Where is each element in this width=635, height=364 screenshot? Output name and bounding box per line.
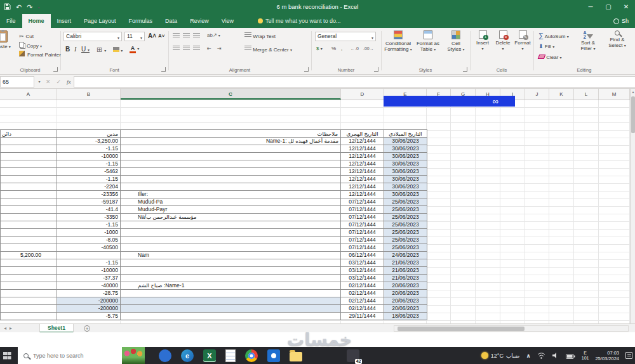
cell-E[interactable]: 18/06/2023 xyxy=(384,313,427,320)
cell-E[interactable]: 25/06/2023 xyxy=(384,229,427,237)
find-select-button[interactable]: Find & Select ▾ xyxy=(603,30,631,68)
horizontal-scroll-thumb[interactable] xyxy=(398,327,525,331)
styles-dialog-launcher[interactable] xyxy=(463,67,467,72)
cell-E[interactable]: 25/06/2023 xyxy=(384,221,427,229)
increase-indent-button[interactable]: ⇥ xyxy=(217,46,222,51)
tab-page-layout[interactable]: Page Layout xyxy=(77,14,123,28)
column-header-B[interactable]: B xyxy=(57,89,121,100)
cell-C[interactable]: Mudud-Payr xyxy=(121,206,341,214)
cell-E[interactable]: 24/06/2023 xyxy=(384,252,427,259)
underline-button[interactable]: U ▾ xyxy=(81,46,90,53)
cell-A[interactable] xyxy=(0,168,57,176)
cell-D[interactable]: 07/12/1444 xyxy=(341,206,384,214)
decrease-indent-button[interactable]: ⇤ xyxy=(207,46,211,51)
cell-E[interactable]: 20/06/2023 xyxy=(384,297,427,305)
copy-button[interactable]: Copy ▾ xyxy=(19,42,42,49)
orientation-button[interactable]: ab↗ ▾ xyxy=(207,32,220,38)
cell-D[interactable]: 07/12/1444 xyxy=(341,198,384,206)
cell-D[interactable]: 07/12/1444 xyxy=(341,244,384,252)
cell-A[interactable] xyxy=(0,198,57,206)
cell-A[interactable] xyxy=(0,290,57,297)
cell-C[interactable]: Na/مؤسسة عبدالرحمن ب xyxy=(121,214,341,221)
cell-C[interactable]: Nam xyxy=(121,252,341,259)
cell-C[interactable]: مقدمة أعمال فهيده لل :Name-1 xyxy=(121,138,341,145)
cell-B[interactable]: -40000 xyxy=(57,282,121,290)
battery-icon[interactable] xyxy=(566,350,575,361)
cell-C[interactable] xyxy=(121,244,341,252)
tab-review[interactable]: Review xyxy=(184,14,215,28)
cell-D[interactable]: 12/12/1444 xyxy=(341,168,384,176)
cell-B[interactable]: -1000 xyxy=(57,229,121,237)
scroll-up-icon[interactable]: ▲ xyxy=(631,89,635,95)
hidden-icons-chevron[interactable]: ∧ xyxy=(526,353,530,359)
cell-C[interactable] xyxy=(121,229,341,237)
clock[interactable]: 07:03 25/03/2024 xyxy=(595,350,619,361)
paste-button[interactable]: Paste ▾ xyxy=(0,30,14,68)
name-box-dropdown-icon[interactable]: ▾ xyxy=(36,76,43,88)
column-header-M[interactable]: M xyxy=(599,89,630,100)
tab-data[interactable]: Data xyxy=(159,14,184,28)
number-dialog-launcher[interactable] xyxy=(374,67,378,72)
cell-E[interactable]: 21/06/2023 xyxy=(384,267,427,275)
language-indicator[interactable]: E 101 xyxy=(582,351,589,361)
cell-D[interactable]: 02/12/1444 xyxy=(341,290,384,297)
cancel-entry-icon[interactable]: ✕ xyxy=(46,79,51,85)
name-box[interactable]: 65 xyxy=(0,76,34,88)
cell-A[interactable] xyxy=(0,229,57,237)
cell-C[interactable] xyxy=(121,237,341,244)
align-bottom-button[interactable] xyxy=(193,33,200,40)
cell-B[interactable]: -10000 xyxy=(57,267,121,275)
autosum-button[interactable]: ∑ AutoSum ▾ xyxy=(538,32,569,39)
cell-D[interactable]: 06/12/1444 xyxy=(341,252,384,259)
document-icon[interactable] xyxy=(225,349,236,362)
increase-decimal-button[interactable]: ←.0 xyxy=(351,46,359,51)
insert-function-icon[interactable]: fx xyxy=(67,79,71,85)
cell-B[interactable]: -28.75 xyxy=(57,290,121,297)
cell-D[interactable]: 12/12/1444 xyxy=(341,160,384,168)
merge-center-button[interactable]: Merge & Center ▾ xyxy=(244,46,292,53)
column-header-L[interactable]: L xyxy=(574,89,599,100)
cell-D[interactable]: التاريخ الهجري xyxy=(341,129,384,138)
cell-E[interactable]: 25/06/2023 xyxy=(384,244,427,252)
font-name-select[interactable]: Calibri▾ xyxy=(64,32,122,41)
number-format-select[interactable]: General▾ xyxy=(315,32,376,41)
cell-E[interactable]: 20/06/2023 xyxy=(384,290,427,297)
cell-C[interactable] xyxy=(121,305,341,313)
cell-A[interactable] xyxy=(0,237,57,244)
align-top-button[interactable] xyxy=(173,33,180,40)
cell-D[interactable]: 29/11/1444 xyxy=(341,313,384,320)
cell-A[interactable]: دائن xyxy=(0,129,57,138)
taskbar-search[interactable] xyxy=(18,347,145,364)
cell-D[interactable]: 02/12/1444 xyxy=(341,297,384,305)
cell-A[interactable] xyxy=(0,275,57,282)
taskbar-search-input[interactable] xyxy=(33,353,109,359)
cell-B[interactable]: -5.75 xyxy=(57,313,121,320)
cell-A[interactable] xyxy=(0,160,57,168)
tab-formulas[interactable]: Formulas xyxy=(123,14,159,28)
cell-B[interactable]: -200000 xyxy=(57,305,121,313)
cell-D[interactable]: 12/12/1444 xyxy=(341,191,384,198)
cell-B[interactable]: -37.37 xyxy=(57,275,121,282)
font-dialog-launcher[interactable] xyxy=(161,67,166,72)
cell-C[interactable] xyxy=(121,259,341,267)
file-explorer-icon[interactable] xyxy=(290,352,302,361)
cell-D[interactable]: 02/12/1444 xyxy=(341,282,384,290)
chrome-icon[interactable] xyxy=(245,349,258,362)
cell-D[interactable]: 03/12/1444 xyxy=(341,275,384,282)
cell-A[interactable] xyxy=(0,297,57,305)
clipboard-dialog-launcher[interactable] xyxy=(53,67,58,72)
format-cells-button[interactable]: ✎ Format▾ xyxy=(513,30,532,68)
action-center-icon[interactable] xyxy=(625,352,632,359)
font-size-select[interactable]: 11▾ xyxy=(124,32,145,41)
cell-E[interactable]: 21/06/2023 xyxy=(384,275,427,282)
cell-B[interactable]: -40500 xyxy=(57,244,121,252)
cell-C[interactable]: ملاحظات xyxy=(121,129,341,138)
cell-C[interactable]: Iller: xyxy=(121,191,341,198)
cell-A[interactable] xyxy=(0,267,57,275)
tell-me-box[interactable]: Tell me what you want to do... xyxy=(258,14,341,28)
align-left-button[interactable] xyxy=(173,46,180,53)
wifi-icon[interactable] xyxy=(537,350,545,361)
cell-D[interactable]: 02/12/1444 xyxy=(341,305,384,313)
edge-icon[interactable]: e xyxy=(181,349,194,362)
vertical-scrollbar[interactable]: ▲ xyxy=(630,89,635,323)
